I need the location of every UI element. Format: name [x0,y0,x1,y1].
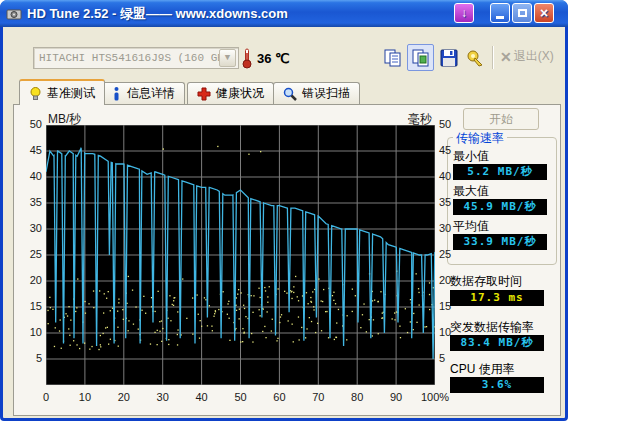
copy-text-button[interactable] [379,44,406,71]
maximize-icon [518,9,527,17]
axis-tick-label: 25 [18,248,42,260]
cpu-usage-display: 3.6% [450,377,544,393]
minimize-button[interactable] [490,3,510,23]
axis-tick-label: 40 [182,391,222,403]
axis-tick-label: 10 [65,391,105,403]
axis-tick-label: 80 [337,391,377,403]
avg-value-label: 平均值 [453,218,489,235]
window-title: HD Tune 2.52 - 绿盟—— www.xdowns.com [27,5,288,23]
temperature-indicator: 36 ℃ [241,47,290,69]
drive-select-value: HITACHI HTS541616J9S (160 GB) [39,52,219,64]
app-icon [6,6,22,22]
down-arrow-icon: ↓ [461,7,467,19]
access-time-display: 17.3 ms [450,290,544,306]
cpu-usage-label: CPU 使用率 [450,361,515,378]
right-axis-unit-label: 毫秒 [408,111,432,128]
exit-label: 退出(X) [514,48,554,65]
save-icon [439,48,459,68]
benchmark-chart [46,125,435,385]
title-bar[interactable]: HD Tune 2.52 - 绿盟—— www.xdowns.com ↓ × [0,0,568,27]
tab-error-scan[interactable]: 错误扫描 [273,82,360,104]
burst-rate-label: 突发数据传输率 [450,319,534,336]
left-axis-unit-label: MB/秒 [48,111,81,128]
minimize-icon [496,16,504,19]
axis-tick-label: 40 [18,170,42,182]
options-icon [465,48,485,68]
avg-value-display: 33.9 MB/秒 [453,234,547,250]
tab-health[interactable]: 健康状况 [187,82,274,104]
axis-tick-label: 30 [18,222,42,234]
axis-tick-label: 20 [104,391,144,403]
rollup-button[interactable]: ↓ [454,3,474,23]
axis-tick-label: 100% [415,391,455,403]
axis-tick-label: 70 [298,391,338,403]
health-cross-icon [197,87,211,101]
axis-tick-label: 50 [18,118,42,130]
drive-select-dropdown[interactable]: HITACHI HTS541616J9S (160 GB) ▼ [33,47,239,69]
chevron-down-icon: ▼ [219,49,236,67]
exit-button[interactable]: ✕ 退出(X) [500,48,554,65]
client-area: HITACHI HTS541616J9S (160 GB) ▼ 36 ℃ [3,27,565,418]
transfer-rate-group-title: 传输速率 [453,130,507,147]
copy-image-button[interactable] [407,44,434,71]
magnifier-icon [283,87,297,101]
axis-tick-label: 30 [143,391,183,403]
axis-tick-label: 20 [18,274,42,286]
options-button[interactable] [461,44,488,71]
save-button[interactable] [435,44,462,71]
axis-tick-label: 0 [26,391,66,403]
tab-info[interactable]: 信息详情 [101,82,185,104]
axis-tick-label: 60 [259,391,299,403]
tab-benchmark[interactable]: 基准测试 [19,79,105,105]
min-value-display: 5.2 MB/秒 [453,164,547,180]
info-icon [111,87,122,101]
tab-label: 健康状况 [216,85,264,102]
max-value-display: 45.9 MB/秒 [453,199,547,215]
lightbulb-icon [29,86,42,101]
close-icon: × [540,6,548,20]
copy-text-icon [383,48,403,68]
access-time-label: 数据存取时间 [450,273,522,290]
tab-label: 基准测试 [47,85,95,102]
start-button[interactable]: 开始 [463,108,539,130]
toolbar-separator [492,46,494,69]
tab-label: 信息详情 [127,85,175,102]
axis-tick-label: 45 [18,144,42,156]
axis-tick-label: 5 [18,352,42,364]
axis-tick-label: 90 [376,391,416,403]
tab-label: 错误扫描 [302,85,350,102]
axis-tick-label: 50 [221,391,261,403]
burst-rate-display: 83.4 MB/秒 [450,335,544,351]
app-window: HD Tune 2.52 - 绿盟—— www.xdowns.com ↓ × H… [0,0,568,421]
axis-tick-label: 10 [18,326,42,338]
axis-tick-label: 15 [18,300,42,312]
min-value-label: 最小值 [453,148,489,165]
maximize-button[interactable] [512,3,532,23]
copy-image-icon [411,48,431,68]
axis-tick-label: 50 [439,118,463,130]
close-button[interactable]: × [534,3,554,23]
exit-x-icon: ✕ [500,49,512,65]
axis-tick-label: 35 [18,196,42,208]
temperature-value: 36 ℃ [257,51,290,66]
max-value-label: 最大值 [453,183,489,200]
thermometer-icon [241,47,253,69]
